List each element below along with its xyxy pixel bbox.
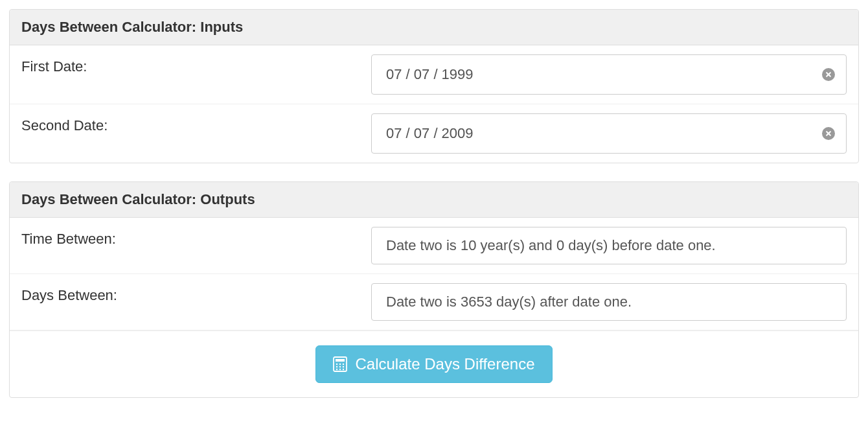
first-date-label: First Date: bbox=[21, 54, 371, 75]
svg-point-10 bbox=[343, 369, 344, 370]
second-date-wrap bbox=[371, 113, 847, 154]
first-date-wrap bbox=[371, 54, 847, 95]
svg-point-5 bbox=[336, 366, 337, 367]
svg-point-8 bbox=[336, 369, 337, 370]
svg-point-6 bbox=[339, 366, 341, 367]
clear-second-date-icon[interactable] bbox=[822, 127, 835, 140]
button-row: Calculate Days Difference bbox=[10, 330, 858, 397]
days-between-output: Date two is 3653 day(s) after date one. bbox=[371, 283, 847, 321]
outputs-header: Days Between Calculator: Outputs bbox=[10, 182, 858, 218]
inputs-body: First Date: Second Date: bbox=[10, 45, 858, 163]
time-between-row: Time Between: Date two is 10 year(s) and… bbox=[10, 218, 858, 274]
calculator-icon bbox=[333, 356, 347, 372]
svg-point-2 bbox=[336, 364, 337, 365]
time-between-output: Date two is 10 year(s) and 0 day(s) befo… bbox=[371, 227, 847, 264]
second-date-input[interactable] bbox=[371, 113, 847, 154]
second-date-row: Second Date: bbox=[10, 104, 858, 163]
outputs-body: Time Between: Date two is 10 year(s) and… bbox=[10, 218, 858, 397]
inputs-header: Days Between Calculator: Inputs bbox=[10, 10, 858, 45]
first-date-row: First Date: bbox=[10, 45, 858, 104]
clear-first-date-icon[interactable] bbox=[822, 68, 835, 81]
svg-point-3 bbox=[339, 364, 341, 365]
calculate-button-label: Calculate Days Difference bbox=[355, 355, 534, 373]
time-between-wrap: Date two is 10 year(s) and 0 day(s) befo… bbox=[371, 227, 847, 264]
days-between-wrap: Date two is 3653 day(s) after date one. bbox=[371, 283, 847, 321]
svg-point-7 bbox=[343, 366, 344, 367]
calculate-button[interactable]: Calculate Days Difference bbox=[315, 345, 552, 383]
svg-rect-1 bbox=[336, 359, 345, 362]
first-date-input[interactable] bbox=[371, 54, 847, 95]
outputs-panel: Days Between Calculator: Outputs Time Be… bbox=[9, 181, 859, 398]
inputs-panel: Days Between Calculator: Inputs First Da… bbox=[9, 9, 859, 163]
time-between-label: Time Between: bbox=[21, 227, 371, 248]
svg-point-4 bbox=[343, 364, 344, 365]
svg-point-9 bbox=[339, 369, 341, 370]
days-between-row: Days Between: Date two is 3653 day(s) af… bbox=[10, 274, 858, 330]
days-between-label: Days Between: bbox=[21, 283, 371, 304]
second-date-label: Second Date: bbox=[21, 113, 371, 134]
